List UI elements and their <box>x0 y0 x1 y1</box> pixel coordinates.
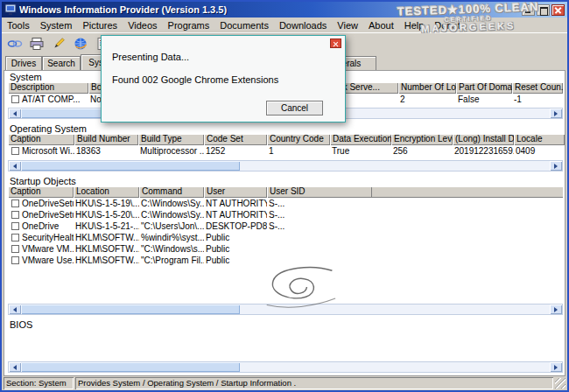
scroll-right-button[interactable] <box>550 362 562 372</box>
print-icon[interactable] <box>26 35 46 53</box>
menu-item-pictures[interactable]: Pictures <box>77 19 123 32</box>
presenting-data-dialog: Presenting Data... Found 002 Google Chro… <box>101 35 346 122</box>
row-checkbox[interactable] <box>11 245 19 253</box>
status-section-panel: Section: System <box>4 377 74 389</box>
close-button[interactable] <box>551 4 565 16</box>
column-header[interactable]: Location <box>74 186 139 198</box>
cell-text: OneDrive <box>22 220 59 232</box>
menu-item-downloads[interactable]: Downloads <box>274 19 332 32</box>
column-header[interactable]: Country Code <box>267 134 330 145</box>
scroll-left-arrow-icon <box>11 164 17 169</box>
table-row[interactable]: OneDriveSetupHKU\S-1-5-19\...C:\Windows\… <box>8 198 563 209</box>
cell-text: Public <box>206 255 229 266</box>
menu-item-programs[interactable]: Programs <box>163 19 215 32</box>
column-header[interactable]: User <box>204 186 267 198</box>
cell-text: 256 <box>393 145 408 157</box>
status-bar: Section: System Provides System / Operat… <box>2 375 567 390</box>
scroll-right-arrow-icon <box>554 365 560 370</box>
menu-item-help[interactable]: Help <box>399 19 430 32</box>
edit-icon[interactable] <box>48 35 68 53</box>
menu-item-tools[interactable]: Tools <box>2 19 35 32</box>
dialog-message: Found 002 Google Chrome Extensions <box>112 74 278 85</box>
menu-item-view[interactable]: View <box>332 19 363 32</box>
cell-text: "C:\Program Fil... <box>141 255 204 266</box>
column-header[interactable]: Caption <box>8 134 74 145</box>
table-row[interactable]: SecurityHealthHKLM\SOFTW...%windir%\syst… <box>8 232 563 243</box>
resize-grip[interactable] <box>555 378 565 388</box>
tab-search[interactable]: Search <box>42 56 81 70</box>
scroll-left-button[interactable] <box>9 161 21 171</box>
table-row[interactable]: VMware Use...HKLM\SOFTW..."C:\Program Fi… <box>8 255 563 266</box>
column-header[interactable]: Part Of Domain <box>456 82 512 94</box>
section-label-system: System <box>10 72 42 82</box>
scroll-thumb[interactable] <box>21 304 240 314</box>
column-header[interactable]: Reset Coun... <box>512 82 563 94</box>
title-bar[interactable]: Windows Information Provider (Version 1.… <box>2 2 567 18</box>
table-row[interactable]: OneDriveHKU\S-1-5-21-..."C:\Users\Jon\..… <box>8 220 563 232</box>
column-header[interactable]: Caption <box>8 186 74 198</box>
menu-item-documents[interactable]: Documents <box>214 19 274 32</box>
startup-objects-horizontal-scrollbar[interactable] <box>8 304 563 315</box>
cancel-button[interactable]: Cancel <box>266 101 323 116</box>
row-checkbox[interactable] <box>11 256 19 264</box>
row-checkbox[interactable] <box>11 147 19 155</box>
column-header[interactable]: User SID <box>267 186 372 198</box>
scroll-right-button[interactable] <box>550 304 562 314</box>
column-header[interactable]: Data Execution ... <box>330 134 391 145</box>
scroll-right-button[interactable] <box>550 108 562 118</box>
bios-horizontal-scrollbar[interactable] <box>8 361 563 373</box>
column-header[interactable]: Build Number <box>74 134 138 145</box>
section-label-startup-objects: Startup Objects <box>10 176 76 186</box>
maximize-button[interactable] <box>537 4 550 16</box>
link-icon[interactable] <box>4 35 25 53</box>
tab-drives[interactable]: Drives <box>5 56 42 70</box>
row-checkbox[interactable] <box>11 95 19 103</box>
status-message-panel: Provides System / Operating System / Sta… <box>75 377 553 389</box>
column-header[interactable]: Locale <box>514 134 565 145</box>
cell-text: HKLM\SOFTW... <box>75 243 139 255</box>
row-checkbox[interactable] <box>11 211 19 219</box>
column-header[interactable]: Code Set <box>204 134 267 145</box>
scroll-thumb[interactable] <box>21 161 240 171</box>
row-checkbox[interactable] <box>11 222 19 230</box>
cell-text: Public <box>206 243 229 255</box>
operating-system-horizontal-scrollbar[interactable] <box>8 160 563 172</box>
cell-text: C:\Windows\Sy... <box>141 209 204 220</box>
cell-text: HKU\S-1-5-21-... <box>75 220 139 232</box>
scroll-thumb[interactable] <box>21 362 240 372</box>
cell-text: C:\Windows\Sy... <box>141 198 204 209</box>
minimize-button[interactable] <box>522 4 535 16</box>
menu-item-system[interactable]: System <box>35 19 78 32</box>
internet-icon[interactable] <box>70 35 90 53</box>
app-icon <box>4 4 17 16</box>
cell-text: HKLM\SOFTW... <box>75 255 139 266</box>
column-header[interactable]: Command <box>139 186 204 198</box>
cell-text: "C:\Users\Jon\... <box>141 220 204 232</box>
cell-text: NT AUTHORITY... <box>206 209 267 220</box>
column-header[interactable]: (Long) Install D... <box>453 134 514 145</box>
dialog-close-icon[interactable] <box>330 38 341 48</box>
cell-text: VMware VM... <box>22 243 74 255</box>
column-header[interactable]: Encryption Level <box>391 134 453 145</box>
table-row[interactable]: Microsoft Wi...18363Multiprocessor ...12… <box>8 145 563 157</box>
cell-text: HKU\S-1-5-19\... <box>75 198 139 209</box>
menu-item-videos[interactable]: Videos <box>123 19 162 32</box>
row-checkbox[interactable] <box>11 234 19 242</box>
scroll-left-button[interactable] <box>9 304 21 314</box>
menu-item-about[interactable]: About <box>363 19 399 32</box>
menu-item-donate[interactable]: Donate <box>429 19 470 32</box>
column-header[interactable]: Number Of Logi... <box>398 82 456 94</box>
cell-text: AT/AT COMP... <box>22 94 81 105</box>
row-checkbox[interactable] <box>11 200 19 207</box>
startup-objects-table: CaptionLocationCommandUserUser SIDOneDri… <box>8 186 563 266</box>
table-row[interactable]: VMware VM...HKLM\SOFTW..."C:\Windows\s..… <box>8 243 563 255</box>
cell-text: Microsoft Wi... <box>22 145 74 157</box>
column-header[interactable]: Description <box>8 82 88 94</box>
cell-text: True <box>332 145 349 157</box>
cell-text: S-... <box>269 198 284 209</box>
column-header[interactable]: Build Type <box>138 134 204 145</box>
scroll-left-button[interactable] <box>9 108 21 118</box>
table-row[interactable]: OneDriveSetupHKU\S-1-5-20\...C:\Windows\… <box>8 209 563 220</box>
scroll-left-button[interactable] <box>9 362 21 372</box>
scroll-right-button[interactable] <box>550 161 562 171</box>
